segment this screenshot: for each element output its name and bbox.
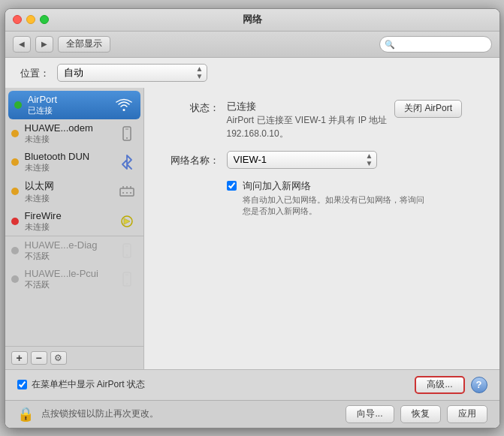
sidebar-bottom: + − ⚙: [5, 346, 143, 369]
menubar-checkbox-row: 在菜单栏中显示 AirPort 状态: [17, 378, 408, 391]
sidebar-item-airport-name: AirPort: [28, 94, 107, 105]
add-network-button[interactable]: +: [11, 351, 28, 365]
network-preferences-window: 网络 ◀ ▶ 全部显示 🔍 位置： 自动 ▲▼: [5, 8, 500, 428]
sidebar-item-huawei-pcui[interactable]: HUAWE...le-Pcui 不活跃: [5, 265, 143, 293]
forward-button[interactable]: ▶: [35, 36, 53, 53]
sidebar-list: AirPort 已连接: [5, 88, 143, 346]
firewire-icon: [116, 211, 137, 232]
sidebar-item-huawei-modem-name: HUAWE...odem: [25, 122, 110, 134]
ask-join-desc: 询问加入新网络 将自动加入已知网络。如果没有已知网络，将询问您是否加入新网络。: [243, 179, 424, 218]
close-button[interactable]: [13, 15, 22, 24]
sidebar-item-huawei-modem-status: 未连接: [25, 134, 110, 145]
close-airport-button[interactable]: 关闭 AirPort: [394, 100, 462, 118]
sidebar-item-firewire-info: FireWire 未连接: [25, 210, 110, 233]
location-bar: 位置： 自动 ▲▼: [5, 58, 499, 88]
network-name-row: 网络名称： VIEW-1 ▲▼: [159, 151, 484, 169]
sidebar-item-ethernet-info: 以太网 未连接: [25, 179, 110, 204]
bottom-bar: 在菜单栏中显示 AirPort 状态 高级... ?: [5, 369, 499, 400]
minimize-button[interactable]: [26, 15, 35, 24]
revert-button[interactable]: 恢复: [400, 405, 441, 423]
status-label: 状态：: [159, 100, 219, 115]
menubar-checkbox[interactable]: [17, 380, 27, 389]
network-options-button[interactable]: ⚙: [50, 351, 67, 365]
lock-icon[interactable]: 🔒: [17, 406, 34, 422]
status-content: 已连接 AirPort 已连接至 VIEW-1 并具有 IP 地址192.168…: [227, 100, 484, 140]
location-select[interactable]: 自动: [57, 64, 207, 82]
sidebar-item-huawei-diag-name: HUAWE...e-Diag: [25, 239, 110, 251]
network-name-select[interactable]: VIEW-1: [227, 151, 377, 169]
apply-button[interactable]: 应用: [447, 405, 487, 423]
sidebar-item-huawei-pcui-name: HUAWE...le-Pcui: [25, 268, 110, 279]
ask-join-subdesc: 将自动加入已知网络。如果没有已知网络，将询问您是否加入新网络。: [243, 194, 424, 218]
sidebar-item-huawei-modem-info: HUAWE...odem 未连接: [25, 122, 110, 145]
sidebar-item-huawei-pcui-info: HUAWE...le-Pcui 不活跃: [25, 268, 110, 290]
advanced-button[interactable]: 高级...: [415, 376, 464, 394]
status-row: 状态： 已连接 AirPort 已连接至 VIEW-1 并具有 IP 地址192…: [159, 100, 484, 140]
lock-text: 点按锁按钮以防止再次更改。: [41, 407, 158, 420]
sidebar: AirPort 已连接: [5, 88, 144, 369]
network-name-label: 网络名称：: [159, 152, 219, 167]
sidebar-item-firewire[interactable]: FireWire 未连接: [5, 207, 143, 236]
sidebar-item-huawei-diag-status: 不活跃: [25, 251, 110, 262]
assist-button[interactable]: 向导...: [346, 405, 394, 423]
traffic-lights: [13, 15, 49, 24]
sidebar-item-airport[interactable]: AirPort 已连接: [8, 91, 140, 119]
sidebar-item-bluetooth-dun[interactable]: Bluetooth DUN 未连接: [5, 148, 143, 176]
phone-gray2-icon: [116, 269, 137, 290]
status-dot-ethernet: [11, 188, 19, 195]
status-info: 已连接 AirPort 已连接至 VIEW-1 并具有 IP 地址192.168…: [227, 100, 388, 140]
menubar-label[interactable]: 在菜单栏中显示 AirPort 状态: [32, 378, 145, 391]
ethernet-icon: [116, 181, 137, 202]
sidebar-item-firewire-status: 未连接: [25, 221, 110, 233]
ask-join-checkbox[interactable]: [227, 181, 237, 191]
status-dot-huawei-diag: [11, 247, 19, 254]
sidebar-item-huawei-diag[interactable]: HUAWE...e-Diag 不活跃: [5, 236, 143, 265]
network-name-select-wrapper: VIEW-1 ▲▼: [227, 151, 377, 169]
sidebar-item-ethernet[interactable]: 以太网 未连接: [5, 176, 143, 207]
status-dot-huawei-pcui: [11, 275, 19, 283]
bluetooth-icon: [116, 152, 137, 173]
sidebar-item-firewire-name: FireWire: [25, 210, 110, 221]
svg-point-13: [126, 254, 128, 256]
status-dot-firewire: [11, 218, 19, 225]
sidebar-item-huawei-modem[interactable]: HUAWE...odem 未连接: [5, 119, 143, 148]
svg-point-8: [126, 192, 128, 194]
svg-point-9: [130, 192, 131, 194]
wifi-icon: [113, 95, 134, 116]
ask-join-row: 询问加入新网络 将自动加入已知网络。如果没有已知网络，将询问您是否加入新网络。: [227, 179, 484, 218]
remove-network-button[interactable]: −: [31, 351, 47, 365]
sidebar-item-huawei-pcui-status: 不活跃: [25, 279, 110, 290]
sidebar-item-bluetooth-dun-status: 未连接: [25, 162, 110, 173]
search-icon: 🔍: [385, 39, 395, 49]
status-dot-huawei-modem: [11, 130, 19, 137]
status-dot-bluetooth-dun: [11, 158, 19, 166]
sidebar-item-airport-status: 已连接: [28, 105, 107, 116]
svg-point-16: [126, 283, 128, 284]
search-input[interactable]: [379, 36, 492, 53]
phone-icon: [116, 123, 137, 144]
footer-bar: 🔒 点按锁按钮以防止再次更改。 向导... 恢复 应用: [5, 400, 499, 428]
content-area: AirPort 已连接: [5, 88, 499, 369]
titlebar: 网络: [5, 9, 499, 32]
bottom-right-buttons: 高级... ?: [415, 376, 487, 394]
main-panel: 状态： 已连接 AirPort 已连接至 VIEW-1 并具有 IP 地址192…: [144, 88, 499, 369]
status-value: 已连接: [227, 101, 256, 112]
sidebar-item-bluetooth-dun-name: Bluetooth DUN: [25, 151, 110, 162]
location-label: 位置：: [20, 65, 50, 80]
svg-point-2: [126, 137, 128, 139]
toolbar: ◀ ▶ 全部显示 🔍: [5, 32, 499, 58]
ask-join-label[interactable]: 询问加入新网络: [243, 179, 424, 193]
window-title: 网络: [243, 13, 262, 26]
sidebar-item-ethernet-status: 未连接: [25, 193, 110, 204]
location-select-wrapper: 自动 ▲▼: [57, 64, 207, 82]
back-button[interactable]: ◀: [13, 36, 31, 53]
search-wrapper: 🔍: [379, 36, 492, 53]
svg-point-7: [122, 192, 124, 194]
maximize-button[interactable]: [40, 15, 49, 24]
help-button[interactable]: ?: [471, 377, 487, 393]
show-all-button[interactable]: 全部显示: [58, 36, 110, 53]
sidebar-item-huawei-diag-info: HUAWE...e-Diag 不活跃: [25, 239, 110, 262]
status-description: AirPort 已连接至 VIEW-1 并具有 IP 地址192.168.0.1…: [227, 115, 388, 139]
sidebar-item-airport-info: AirPort 已连接: [28, 94, 107, 116]
phone-gray-icon: [116, 240, 137, 261]
